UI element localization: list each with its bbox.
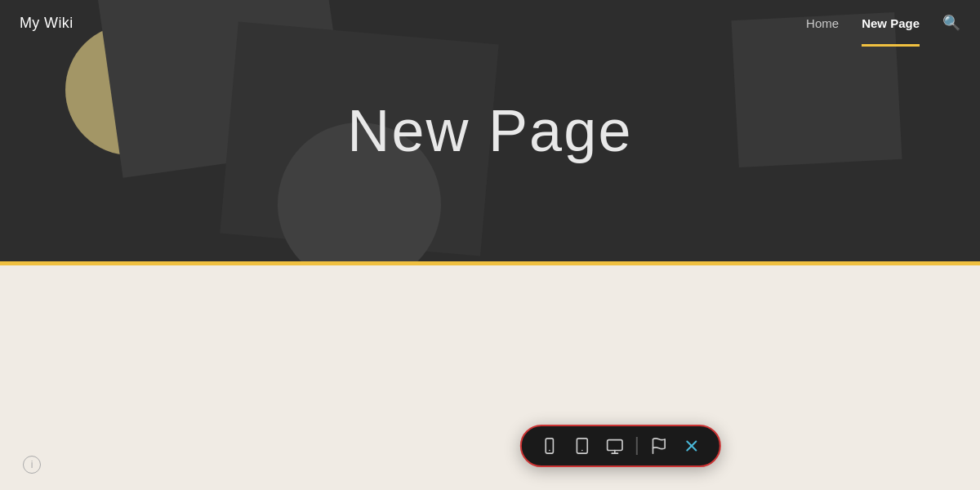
- hero-title: New Page: [347, 97, 632, 164]
- nav-bar: My Wiki Home New Page 🔍: [0, 0, 980, 46]
- nav-home[interactable]: Home: [806, 16, 839, 30]
- toolbar-divider: [636, 437, 638, 455]
- search-icon[interactable]: 🔍: [942, 14, 960, 32]
- info-toolbar-icon[interactable]: [647, 434, 670, 457]
- tablet-view-icon[interactable]: [571, 434, 594, 457]
- content-area: i: [0, 265, 980, 490]
- info-icon[interactable]: i: [23, 456, 41, 474]
- site-logo[interactable]: My Wiki: [20, 15, 74, 32]
- view-toolbar: [520, 425, 721, 467]
- close-toolbar-icon[interactable]: [679, 434, 702, 457]
- svg-rect-2: [577, 439, 587, 453]
- nav-links: Home New Page 🔍: [806, 14, 960, 32]
- desktop-view-icon[interactable]: [604, 434, 626, 457]
- svg-rect-0: [546, 439, 553, 453]
- mobile-view-icon[interactable]: [538, 434, 561, 457]
- nav-new-page[interactable]: New Page: [862, 16, 920, 30]
- svg-rect-4: [608, 440, 622, 451]
